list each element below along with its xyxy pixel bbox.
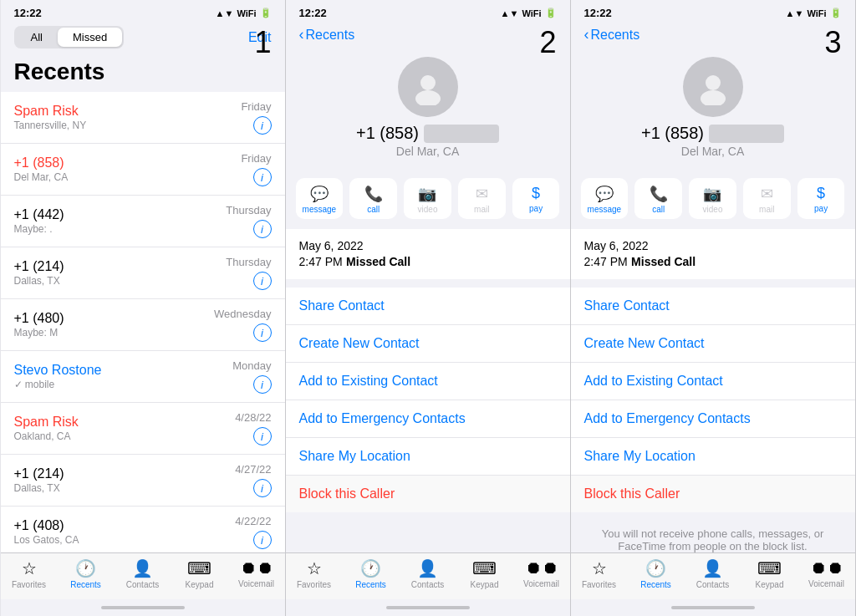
pay-label: pay [529,204,543,213]
wifi-icon: WiFi [522,8,541,18]
contact-name: Stevo Rostone [14,363,233,378]
voicemail-icon: ⏺⏺ [525,558,558,578]
mail-button[interactable]: ✉ mail [458,178,506,219]
signal-icon: ▲▼ [786,8,804,18]
call-date: Thursday [226,204,271,216]
contact-header: +1 (858) Del Mar, CA [286,47,570,171]
share-location-option-3[interactable]: Share My Location [571,438,855,476]
tab-bar: ☆ Favorites 🕐 Recents 👤 Contacts ⌨ Keypa… [1,552,285,599]
block-warning-text: You will not receive phone calls, messag… [584,527,842,552]
share-location-option[interactable]: Share My Location [286,438,570,476]
tab-voicemail[interactable]: ⏺⏺ Voicemail [513,558,570,589]
contact-sub: Oakland, CA [14,430,236,442]
info-icon[interactable]: i [253,116,272,135]
info-icon[interactable]: i [253,531,272,549]
call-button[interactable]: 📞 call [349,178,397,219]
status-bar-2: 12:22 ▲▼ WiFi 🔋 [286,0,570,23]
list-item[interactable]: Spam Risk Oakland, CA 4/28/22 i [1,403,285,455]
options-list: Share Contact Create New Contact Add to … [286,288,570,512]
message-button[interactable]: 💬 message [296,178,344,219]
list-item[interactable]: +1 (214) Dallas, TX Thursday i [1,247,285,299]
segment-all[interactable]: All [16,28,58,47]
pay-icon: $ [532,185,540,202]
tab-recents[interactable]: 🕐 Recents [58,558,115,589]
list-item[interactable]: +1 (408) Los Gatos, CA 4/22/22 i [1,507,285,552]
list-item[interactable]: +1 (214) Dallas, TX 4/27/22 i [1,455,285,507]
share-contact-option[interactable]: Share Contact [286,288,570,325]
call-info-card: May 6, 2022 2:47 PM Missed Call [286,229,570,279]
block-caller-option[interactable]: Block this Caller [286,476,570,512]
tab-recents-3[interactable]: 🕐 Recents [628,558,685,589]
tab-keypad[interactable]: ⌨ Keypad [456,558,513,589]
segment-missed[interactable]: Missed [58,28,122,47]
tab-favorites-3[interactable]: ☆ Favorites [571,558,628,589]
keypad-icon: ⌨ [472,558,497,578]
tab-contacts[interactable]: 👤 Contacts [400,558,456,589]
mail-button-3[interactable]: ✉ mail [743,178,791,219]
info-icon[interactable]: i [253,375,272,394]
tab-contacts-3[interactable]: 👤 Contacts [685,558,741,589]
call-date: Thursday [226,256,271,268]
add-emergency-option[interactable]: Add to Emergency Contacts [286,400,570,438]
block-warning-panel: You will not receive phone calls, messag… [571,512,855,552]
video-label-3: video [703,205,723,214]
tab-keypad[interactable]: ⌨ Keypad [171,558,228,589]
info-icon[interactable]: i [253,479,272,497]
contact-name: +1 (214) [14,466,236,481]
home-indicator-3 [571,599,855,616]
contact-sub: Dallas, TX [14,482,236,494]
info-icon[interactable]: i [253,323,272,342]
share-contact-option-3[interactable]: Share Contact [571,288,855,325]
info-icon[interactable]: i [253,272,272,290]
block-caller-option-3[interactable]: Block this Caller [571,476,855,512]
list-item[interactable]: Spam Risk Tannersville, NY Friday i [1,92,285,144]
contact-name: +1 (858) [14,155,242,171]
screen-number: 1 [254,25,271,60]
time-2: 12:22 [299,7,327,19]
message-icon-3: 💬 [595,185,614,203]
svg-point-0 [420,75,436,90]
pay-button[interactable]: $ pay [512,178,560,219]
tab-favorites[interactable]: ☆ Favorites [1,558,58,589]
segment-control[interactable]: All Missed [14,26,125,48]
options-list-3: Share Contact Create New Contact Add to … [571,288,855,512]
add-existing-option[interactable]: Add to Existing Contact [286,363,570,400]
tab-favorites[interactable]: ☆ Favorites [286,558,343,589]
action-buttons-3: 💬 message 📞 call 📷 video ✉ mail $ pay [571,171,855,229]
tab-contacts[interactable]: 👤 Contacts [115,558,171,589]
tab-label: Contacts [411,580,444,589]
tab-voicemail[interactable]: ⏺⏺ Voicemail [228,558,285,589]
screen-number-3: 3 [824,25,841,60]
video-button[interactable]: 📷 video [404,178,451,219]
keypad-icon: ⌨ [187,558,211,578]
create-contact-option[interactable]: Create New Contact [286,325,570,363]
info-icon[interactable]: i [253,168,272,186]
add-emergency-option-3[interactable]: Add to Emergency Contacts [571,400,855,438]
home-indicator [286,599,570,616]
create-contact-option-3[interactable]: Create New Contact [571,325,855,363]
list-item[interactable]: +1 (442) Maybe: . Thursday i [1,196,285,247]
video-button-3[interactable]: 📷 video [689,178,736,219]
chevron-left-icon: ‹ [584,26,589,43]
call-button-3[interactable]: 📞 call [634,178,682,219]
tab-voicemail-3[interactable]: ⏺⏺ Voicemail [798,558,855,589]
battery-icon: 🔋 [260,8,272,18]
info-icon[interactable]: i [253,427,272,445]
contact-sub: Tannersville, NY [14,120,242,131]
tab-recents[interactable]: 🕐 Recents [343,558,400,589]
message-button-3[interactable]: 💬 message [581,178,629,219]
nav-bar: All Missed Edit [1,23,285,55]
pay-button-3[interactable]: $ pay [797,178,845,219]
phone-icon-3: 📞 [650,185,668,203]
tab-bar-2: ☆ Favorites 🕐 Recents 👤 Contacts ⌨ Keypa… [286,552,570,599]
battery-icon: 🔋 [545,8,557,18]
list-item[interactable]: +1 (858) Del Mar, CA Friday i [1,144,285,196]
list-item[interactable]: Stevo Rostone ✓ mobile Monday i [1,351,285,403]
list-item[interactable]: +1 (480) Maybe: M Wednesday i [1,299,285,351]
add-existing-option-3[interactable]: Add to Existing Contact [571,363,855,400]
back-button[interactable]: ‹ Recents [584,26,640,43]
back-button[interactable]: ‹ Recents [299,26,355,43]
tab-keypad-3[interactable]: ⌨ Keypad [741,558,798,589]
recents-icon: 🕐 [360,558,381,578]
info-icon[interactable]: i [253,220,272,238]
